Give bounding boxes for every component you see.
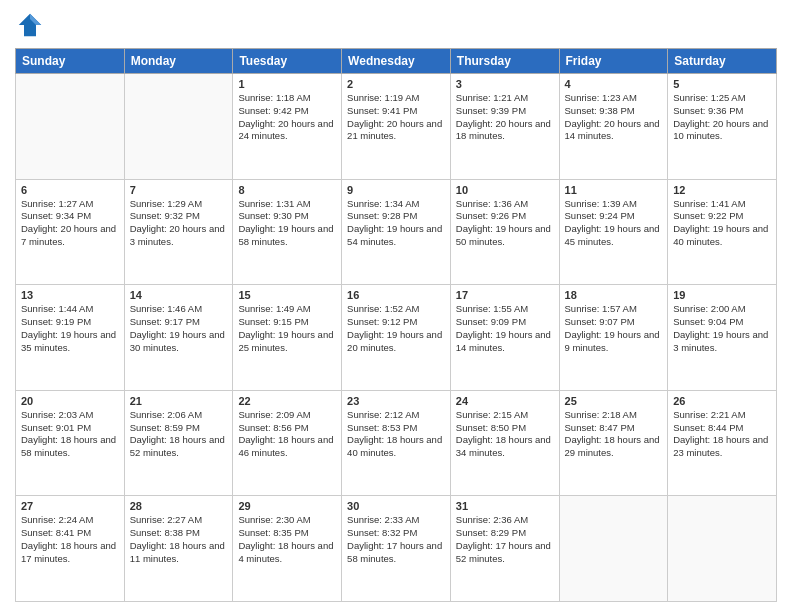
calendar-cell: 4Sunrise: 1:23 AM Sunset: 9:38 PM Daylig… (559, 74, 668, 180)
calendar-cell: 22Sunrise: 2:09 AM Sunset: 8:56 PM Dayli… (233, 390, 342, 496)
day-info: Sunrise: 2:36 AM Sunset: 8:29 PM Dayligh… (456, 514, 554, 565)
day-info: Sunrise: 2:09 AM Sunset: 8:56 PM Dayligh… (238, 409, 336, 460)
weekday-header-row: SundayMondayTuesdayWednesdayThursdayFrid… (16, 49, 777, 74)
day-number: 22 (238, 395, 336, 407)
day-info: Sunrise: 2:21 AM Sunset: 8:44 PM Dayligh… (673, 409, 771, 460)
calendar-cell: 27Sunrise: 2:24 AM Sunset: 8:41 PM Dayli… (16, 496, 125, 602)
calendar-cell: 23Sunrise: 2:12 AM Sunset: 8:53 PM Dayli… (342, 390, 451, 496)
calendar-cell: 21Sunrise: 2:06 AM Sunset: 8:59 PM Dayli… (124, 390, 233, 496)
calendar-cell: 6Sunrise: 1:27 AM Sunset: 9:34 PM Daylig… (16, 179, 125, 285)
calendar-cell: 7Sunrise: 1:29 AM Sunset: 9:32 PM Daylig… (124, 179, 233, 285)
day-info: Sunrise: 1:46 AM Sunset: 9:17 PM Dayligh… (130, 303, 228, 354)
calendar-cell: 24Sunrise: 2:15 AM Sunset: 8:50 PM Dayli… (450, 390, 559, 496)
calendar-cell: 2Sunrise: 1:19 AM Sunset: 9:41 PM Daylig… (342, 74, 451, 180)
day-number: 14 (130, 289, 228, 301)
week-row-5: 27Sunrise: 2:24 AM Sunset: 8:41 PM Dayli… (16, 496, 777, 602)
day-number: 31 (456, 500, 554, 512)
day-info: Sunrise: 2:27 AM Sunset: 8:38 PM Dayligh… (130, 514, 228, 565)
day-info: Sunrise: 1:18 AM Sunset: 9:42 PM Dayligh… (238, 92, 336, 143)
day-number: 24 (456, 395, 554, 407)
day-number: 25 (565, 395, 663, 407)
day-info: Sunrise: 1:55 AM Sunset: 9:09 PM Dayligh… (456, 303, 554, 354)
week-row-1: 1Sunrise: 1:18 AM Sunset: 9:42 PM Daylig… (16, 74, 777, 180)
day-number: 26 (673, 395, 771, 407)
day-number: 6 (21, 184, 119, 196)
day-info: Sunrise: 2:30 AM Sunset: 8:35 PM Dayligh… (238, 514, 336, 565)
calendar-cell: 1Sunrise: 1:18 AM Sunset: 9:42 PM Daylig… (233, 74, 342, 180)
day-number: 7 (130, 184, 228, 196)
calendar-cell: 9Sunrise: 1:34 AM Sunset: 9:28 PM Daylig… (342, 179, 451, 285)
calendar-cell: 30Sunrise: 2:33 AM Sunset: 8:32 PM Dayli… (342, 496, 451, 602)
day-number: 17 (456, 289, 554, 301)
calendar-cell: 28Sunrise: 2:27 AM Sunset: 8:38 PM Dayli… (124, 496, 233, 602)
day-number: 20 (21, 395, 119, 407)
day-info: Sunrise: 2:03 AM Sunset: 9:01 PM Dayligh… (21, 409, 119, 460)
weekday-header-wednesday: Wednesday (342, 49, 451, 74)
day-info: Sunrise: 2:06 AM Sunset: 8:59 PM Dayligh… (130, 409, 228, 460)
day-number: 18 (565, 289, 663, 301)
calendar-cell: 8Sunrise: 1:31 AM Sunset: 9:30 PM Daylig… (233, 179, 342, 285)
calendar-cell: 5Sunrise: 1:25 AM Sunset: 9:36 PM Daylig… (668, 74, 777, 180)
day-number: 1 (238, 78, 336, 90)
calendar-cell: 16Sunrise: 1:52 AM Sunset: 9:12 PM Dayli… (342, 285, 451, 391)
day-number: 16 (347, 289, 445, 301)
calendar-cell: 14Sunrise: 1:46 AM Sunset: 9:17 PM Dayli… (124, 285, 233, 391)
day-info: Sunrise: 2:18 AM Sunset: 8:47 PM Dayligh… (565, 409, 663, 460)
calendar-table: SundayMondayTuesdayWednesdayThursdayFrid… (15, 48, 777, 602)
calendar-cell (559, 496, 668, 602)
calendar-cell: 11Sunrise: 1:39 AM Sunset: 9:24 PM Dayli… (559, 179, 668, 285)
calendar-cell: 25Sunrise: 2:18 AM Sunset: 8:47 PM Dayli… (559, 390, 668, 496)
day-info: Sunrise: 2:24 AM Sunset: 8:41 PM Dayligh… (21, 514, 119, 565)
calendar-cell: 18Sunrise: 1:57 AM Sunset: 9:07 PM Dayli… (559, 285, 668, 391)
week-row-4: 20Sunrise: 2:03 AM Sunset: 9:01 PM Dayli… (16, 390, 777, 496)
day-number: 12 (673, 184, 771, 196)
day-info: Sunrise: 2:15 AM Sunset: 8:50 PM Dayligh… (456, 409, 554, 460)
day-info: Sunrise: 1:34 AM Sunset: 9:28 PM Dayligh… (347, 198, 445, 249)
day-number: 9 (347, 184, 445, 196)
header (15, 10, 777, 40)
calendar-cell: 12Sunrise: 1:41 AM Sunset: 9:22 PM Dayli… (668, 179, 777, 285)
day-info: Sunrise: 1:49 AM Sunset: 9:15 PM Dayligh… (238, 303, 336, 354)
day-info: Sunrise: 1:23 AM Sunset: 9:38 PM Dayligh… (565, 92, 663, 143)
day-info: Sunrise: 1:41 AM Sunset: 9:22 PM Dayligh… (673, 198, 771, 249)
calendar-cell (16, 74, 125, 180)
day-info: Sunrise: 2:00 AM Sunset: 9:04 PM Dayligh… (673, 303, 771, 354)
day-info: Sunrise: 1:31 AM Sunset: 9:30 PM Dayligh… (238, 198, 336, 249)
weekday-header-friday: Friday (559, 49, 668, 74)
day-number: 28 (130, 500, 228, 512)
day-info: Sunrise: 1:29 AM Sunset: 9:32 PM Dayligh… (130, 198, 228, 249)
calendar-cell (668, 496, 777, 602)
day-info: Sunrise: 1:21 AM Sunset: 9:39 PM Dayligh… (456, 92, 554, 143)
day-number: 10 (456, 184, 554, 196)
day-info: Sunrise: 1:39 AM Sunset: 9:24 PM Dayligh… (565, 198, 663, 249)
calendar-cell: 20Sunrise: 2:03 AM Sunset: 9:01 PM Dayli… (16, 390, 125, 496)
weekday-header-tuesday: Tuesday (233, 49, 342, 74)
day-info: Sunrise: 1:27 AM Sunset: 9:34 PM Dayligh… (21, 198, 119, 249)
day-number: 4 (565, 78, 663, 90)
calendar-cell: 31Sunrise: 2:36 AM Sunset: 8:29 PM Dayli… (450, 496, 559, 602)
calendar-cell: 26Sunrise: 2:21 AM Sunset: 8:44 PM Dayli… (668, 390, 777, 496)
week-row-2: 6Sunrise: 1:27 AM Sunset: 9:34 PM Daylig… (16, 179, 777, 285)
day-number: 3 (456, 78, 554, 90)
calendar-cell: 13Sunrise: 1:44 AM Sunset: 9:19 PM Dayli… (16, 285, 125, 391)
day-number: 15 (238, 289, 336, 301)
page: SundayMondayTuesdayWednesdayThursdayFrid… (0, 0, 792, 612)
calendar-cell: 17Sunrise: 1:55 AM Sunset: 9:09 PM Dayli… (450, 285, 559, 391)
logo (15, 10, 49, 40)
day-info: Sunrise: 1:57 AM Sunset: 9:07 PM Dayligh… (565, 303, 663, 354)
weekday-header-sunday: Sunday (16, 49, 125, 74)
day-info: Sunrise: 2:33 AM Sunset: 8:32 PM Dayligh… (347, 514, 445, 565)
calendar-cell: 29Sunrise: 2:30 AM Sunset: 8:35 PM Dayli… (233, 496, 342, 602)
day-number: 29 (238, 500, 336, 512)
weekday-header-saturday: Saturday (668, 49, 777, 74)
day-info: Sunrise: 2:12 AM Sunset: 8:53 PM Dayligh… (347, 409, 445, 460)
day-number: 19 (673, 289, 771, 301)
week-row-3: 13Sunrise: 1:44 AM Sunset: 9:19 PM Dayli… (16, 285, 777, 391)
calendar-cell: 15Sunrise: 1:49 AM Sunset: 9:15 PM Dayli… (233, 285, 342, 391)
day-number: 13 (21, 289, 119, 301)
day-info: Sunrise: 1:25 AM Sunset: 9:36 PM Dayligh… (673, 92, 771, 143)
day-info: Sunrise: 1:52 AM Sunset: 9:12 PM Dayligh… (347, 303, 445, 354)
day-info: Sunrise: 1:36 AM Sunset: 9:26 PM Dayligh… (456, 198, 554, 249)
weekday-header-thursday: Thursday (450, 49, 559, 74)
logo-icon (15, 10, 45, 40)
